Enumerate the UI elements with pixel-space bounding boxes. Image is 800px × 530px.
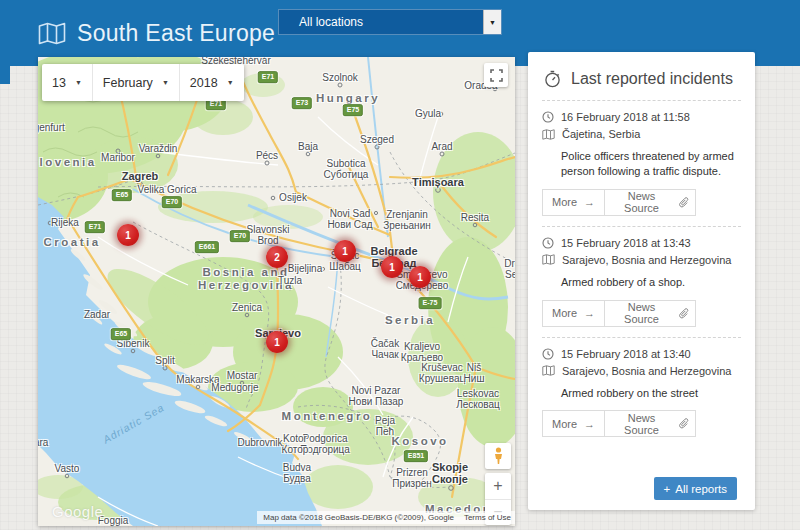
news-source-button[interactable]: News Source — [604, 189, 696, 216]
incident-description: Armed robbery on the street — [561, 386, 747, 401]
map-label: Szeged — [360, 134, 394, 145]
stopwatch-icon — [544, 70, 561, 88]
incident-cluster-marker[interactable]: 2 — [266, 246, 288, 268]
arrow-right-icon: → — [584, 307, 595, 319]
map-label: Gyula — [415, 108, 441, 119]
incidents-panel: Last reported incidents 16 February 2018… — [528, 52, 755, 510]
more-label: More — [552, 418, 577, 430]
location-filter-select[interactable]: All locations ▼ — [278, 9, 502, 35]
map-label: KruševacКрушевац — [419, 362, 465, 384]
news-source-label: News Source — [611, 301, 672, 325]
select-arrow-icon: ▼ — [483, 10, 501, 34]
incident-actions: More → News Source — [542, 410, 741, 437]
map-label: Bijeljina — [288, 263, 322, 274]
map-label: Varaždin — [139, 143, 178, 154]
incidents-panel-title-row: Last reported incidents — [544, 70, 741, 88]
year-value: 2018 — [190, 76, 218, 90]
map-label: Arad — [431, 141, 452, 152]
day-select[interactable]: 13 ▼ — [42, 64, 93, 101]
map-label: Dubrovnik — [237, 437, 282, 448]
map-label: Rijeka — [51, 217, 79, 228]
clock-icon — [542, 111, 554, 123]
more-label: More — [552, 307, 577, 319]
map-label: Baja — [298, 141, 318, 152]
incident-location-row: Sarajevo, Bosnia and Herzegovina — [542, 254, 741, 266]
road-badge: E-75 — [419, 297, 442, 309]
incident-cluster-marker[interactable]: 1 — [381, 256, 403, 278]
map-attribution-text: Map data ©2018 GeoBasis-DE/BKG (©2009), … — [263, 513, 454, 522]
year-select[interactable]: 2018 ▼ — [180, 64, 244, 101]
more-button[interactable]: More → — [542, 410, 605, 437]
incident-location: Sarajevo, Bosnia and Herzegovina — [562, 254, 731, 266]
map-label: PrizrenПризрен — [392, 467, 432, 489]
fullscreen-button[interactable] — [484, 63, 508, 87]
road-badge: E851 — [404, 450, 428, 462]
map-label: Klagenfurt — [38, 122, 65, 133]
incident-item: 15 February 2018 at 13:40 Sarajevo, Bosn… — [542, 348, 741, 438]
incident-date-row: 15 February 2018 at 13:40 — [542, 348, 741, 360]
incident-date-row: 15 February 2018 at 13:43 — [542, 237, 741, 249]
more-button[interactable]: More → — [542, 300, 605, 327]
news-source-label: News Source — [611, 412, 672, 436]
map-label: Tuzla — [278, 275, 302, 286]
incident-description: Armed robbery of a shop. — [561, 275, 747, 290]
more-button[interactable]: More → — [542, 189, 605, 216]
more-label: More — [552, 196, 577, 208]
map-label: Zadar — [84, 309, 110, 320]
arrow-right-icon: → — [584, 418, 595, 430]
map-attribution-bar: Map data ©2018 GeoBasis-DE/BKG (©2009), … — [257, 511, 515, 524]
terms-of-use-link[interactable]: Terms of Use — [464, 513, 511, 522]
map-label: LeskovacЛесковац — [456, 388, 500, 410]
map-label: PejaПећ — [375, 415, 395, 437]
road-badge: E65 — [112, 189, 132, 201]
incident-location: Sarajevo, Bosnia and Herzegovina — [562, 365, 731, 377]
news-source-button[interactable]: News Source — [604, 410, 696, 437]
page-title: South East Europe — [77, 20, 275, 47]
road-badge: E65 — [111, 328, 131, 340]
incident-cluster-marker[interactable]: 1 — [117, 224, 139, 246]
pegman-icon — [493, 447, 504, 465]
all-reports-button[interactable]: + All reports — [654, 477, 738, 500]
map-label: NišНиш — [464, 362, 485, 384]
road-badge: E70 — [162, 196, 182, 208]
divider — [542, 100, 741, 101]
map-label: Resita — [461, 212, 489, 223]
map-label: Novi SadНови Сад — [327, 208, 372, 230]
map-label: Velika Gorica — [138, 184, 197, 195]
map-label: Hungary — [316, 92, 380, 105]
map-label: Novi PazarНови Пазар — [349, 385, 404, 407]
map-label: SlavonskiBrod — [247, 224, 290, 246]
pegman-control[interactable] — [485, 443, 511, 469]
month-select[interactable]: February ▼ — [93, 64, 180, 101]
map-label: Zenica — [232, 302, 262, 313]
road-badge: E661 — [195, 241, 219, 253]
map-label: Kosovo — [391, 435, 448, 448]
incident-cluster-marker[interactable]: 1 — [409, 266, 431, 288]
chevron-down-icon: ▼ — [227, 79, 234, 86]
map-label: DrobetaSeverin — [504, 258, 515, 280]
map-label: Croatia — [43, 236, 100, 249]
news-source-button[interactable]: News Source — [604, 300, 696, 327]
map-label: Međugorje — [211, 382, 258, 393]
map-label: SkopjeСкопје — [432, 461, 468, 486]
incident-actions: More → News Source — [542, 300, 741, 327]
map-label: Maribor — [101, 152, 135, 163]
map-canvas[interactable]: SloveniaCroatiaHungaryBosnia andHerzegov… — [38, 57, 515, 526]
zoom-in-button[interactable]: + — [485, 473, 511, 500]
day-value: 13 — [52, 76, 66, 90]
map-label: Split — [155, 355, 174, 366]
map-label: Šibenik — [117, 338, 150, 349]
incident-date-row: 16 February 2018 at 11:58 — [542, 111, 741, 123]
map-label: BudvaБудва — [283, 462, 311, 484]
divider — [542, 226, 741, 227]
incident-actions: More → News Source — [542, 189, 741, 216]
location-filter-value: All locations — [279, 15, 483, 29]
incident-cluster-marker[interactable]: 1 — [266, 331, 288, 353]
incident-cluster-marker[interactable]: 1 — [334, 240, 356, 262]
road-badge: E73 — [292, 97, 312, 109]
paperclip-icon — [679, 197, 689, 208]
map-label: KotorКотор — [282, 433, 309, 455]
map-label: Slovenia — [38, 156, 97, 169]
map-label: Vasto — [55, 463, 80, 474]
map-label: ČačakЧачак — [371, 338, 399, 360]
